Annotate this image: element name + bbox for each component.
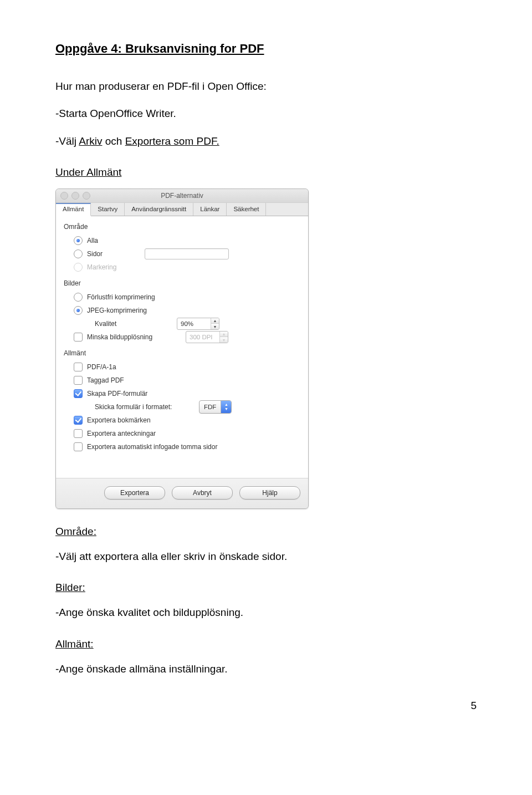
minimize-icon[interactable] [71, 192, 79, 200]
text: och [102, 135, 125, 147]
radio-sidor[interactable] [74, 249, 83, 258]
radio-sidor-label: Sidor [87, 250, 103, 258]
heading-allmant: Allmänt: [55, 638, 477, 650]
tab-sakerhet[interactable]: Säkerhet [227, 203, 266, 216]
formular-format-label: Skicka formulär i formatet: [95, 403, 195, 411]
close-icon[interactable] [60, 192, 68, 200]
kvalitet-label: Kvalitet [95, 320, 172, 328]
checkbox-taggad-pdf[interactable] [74, 376, 83, 385]
checkbox-skapa-formular[interactable] [74, 389, 83, 398]
tab-bar: Allmänt Startvy Användargränssnitt Länka… [56, 203, 308, 216]
formular-format-select[interactable]: FDF ▲▼ [199, 400, 232, 414]
radio-jpeg[interactable] [74, 306, 83, 315]
radio-alla-label: Alla [87, 237, 98, 244]
tab-allmant[interactable]: Allmänt [56, 203, 91, 216]
group-label-allmant: Allmänt [64, 349, 300, 357]
radio-alla[interactable] [74, 236, 83, 245]
pdfa-label: PDF/A-1a [87, 363, 116, 371]
pdf-options-dialog-screenshot: PDF-alternativ Allmänt Startvy Användarg… [55, 188, 477, 509]
group-label-omrade: Område [64, 223, 300, 231]
updown-icon: ▲▼ [221, 401, 231, 413]
chevron-down-icon[interactable]: ▼ [211, 323, 219, 329]
cancel-button[interactable]: Avbryt [172, 486, 233, 500]
radio-markering [74, 263, 83, 272]
heading-omrade: Område: [55, 526, 477, 538]
checkbox-exportera-bokmarken[interactable] [74, 416, 83, 425]
heading-bilder: Bilder: [55, 582, 477, 594]
chevron-down-icon: ▼ [220, 337, 228, 343]
tab-startvy[interactable]: Startvy [91, 203, 125, 216]
zoom-icon[interactable] [83, 192, 90, 200]
p-bilder: -Ange önska kvalitet och bildupplösning. [55, 604, 477, 621]
checkbox-exportera-tomma-sidor[interactable] [74, 442, 83, 451]
page-number: 5 [55, 700, 477, 712]
formular-format-value: FDF [200, 404, 221, 410]
radio-lossless[interactable] [74, 293, 83, 302]
radio-markering-label: Markering [87, 263, 116, 271]
tab-lankar[interactable]: Länkar [193, 203, 227, 216]
window-titlebar: PDF-alternativ [56, 189, 308, 203]
checkbox-exportera-anteckningar[interactable] [74, 429, 83, 438]
menu-path-arkiv: Arkiv [79, 135, 102, 147]
text: -Välj [55, 135, 79, 147]
help-button[interactable]: Hjälp [239, 486, 300, 500]
dpi-value: 300 DPI [186, 332, 219, 343]
exportera-bokmarken-label: Exportera bokmärken [87, 416, 151, 424]
p-omrade: -Välj att exportera alla eller skriv in … [55, 548, 477, 565]
intro-line-3: -Välj Arkiv och Exportera som PDF. [55, 133, 477, 150]
p-allmant: -Ange önskade allmäna inställningar. [55, 661, 477, 677]
skapa-formular-label: Skapa PDF-formulär [87, 390, 147, 398]
chevron-up-icon: ▲ [220, 332, 228, 337]
window-title: PDF-alternativ [56, 189, 308, 202]
kvalitet-stepper[interactable]: 90% ▲ ▼ [177, 318, 219, 330]
tab-anvandargranssnitt[interactable]: Användargränssnitt [125, 203, 193, 216]
intro-line-1: Hur man produserar en PDF-fil i Open Off… [55, 78, 477, 95]
minska-upplosning-label: Minska bildupplösning [87, 333, 181, 341]
group-label-bilder: Bilder [64, 279, 300, 287]
radio-lossless-label: Förlustfri komprimering [87, 293, 155, 301]
doc-title: Oppgåve 4: Bruksanvisning for PDF [55, 42, 477, 56]
intro-line-2: -Starta OpenOffice Writer. [55, 105, 477, 122]
export-button[interactable]: Exportera [104, 486, 165, 500]
taggad-pdf-label: Taggad PDF [87, 376, 124, 384]
exportera-tomma-sidor-label: Exportera automatiskt infogade tomma sid… [87, 443, 217, 451]
radio-jpeg-label: JPEG-komprimering [87, 307, 147, 314]
exportera-anteckningar-label: Exportera anteckningar [87, 430, 156, 437]
dpi-stepper: 300 DPI ▲ ▼ [186, 331, 228, 343]
traffic-lights [60, 192, 90, 200]
chevron-up-icon[interactable]: ▲ [211, 318, 219, 324]
checkbox-minska-upplosning[interactable] [74, 333, 83, 342]
menu-path-export-pdf: Exportera som PDF. [125, 135, 219, 147]
sidor-input[interactable] [145, 248, 229, 259]
checkbox-pdfa[interactable] [74, 363, 83, 371]
heading-under-allmant: Under Allmänt [55, 166, 477, 179]
kvalitet-value: 90% [177, 318, 211, 329]
